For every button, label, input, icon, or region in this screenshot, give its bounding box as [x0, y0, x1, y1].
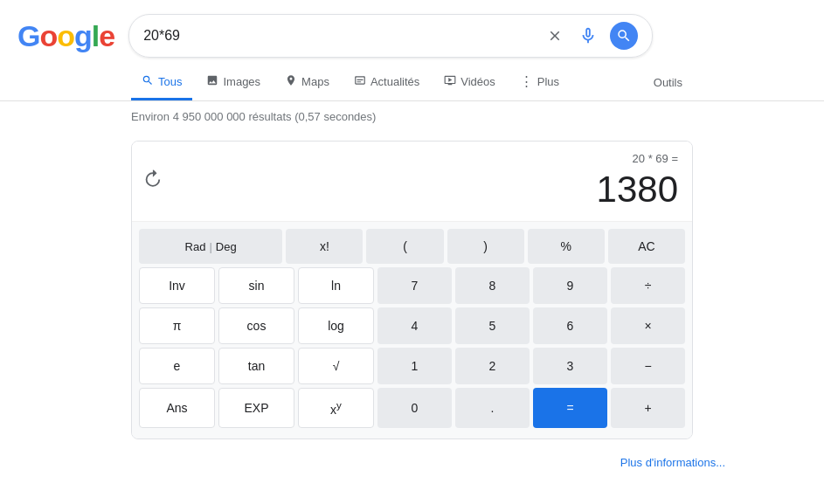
tab-maps[interactable]: Maps	[274, 66, 340, 100]
1-button[interactable]: 1	[377, 348, 452, 384]
2-button[interactable]: 2	[455, 348, 530, 384]
pi-button[interactable]: π	[139, 307, 215, 344]
tab-tous[interactable]: Tous	[131, 66, 192, 100]
search-input[interactable]	[143, 28, 537, 44]
google-logo: Google	[17, 19, 114, 53]
more-info-row: Plus d'informations...	[0, 448, 743, 469]
cos-button[interactable]: cos	[218, 307, 294, 344]
maps-icon	[285, 74, 297, 89]
calc-row-2: Inv sin ln 7 8 9 ÷	[139, 267, 685, 304]
rparen-button[interactable]: )	[447, 229, 524, 264]
rad-label: Rad	[185, 240, 206, 253]
tab-actualites[interactable]: Actualités	[343, 66, 430, 100]
logo-o1: o	[39, 19, 57, 52]
inv-button[interactable]: Inv	[139, 267, 215, 304]
mic-icon	[578, 26, 598, 45]
calc-buttons: Rad | Deg x! ( ) % AC Inv sin ln 7 8 9 ÷…	[132, 222, 692, 438]
tab-videos[interactable]: Vidéos	[433, 66, 506, 100]
ac-button[interactable]: AC	[608, 229, 685, 264]
tab-images-label: Images	[223, 75, 260, 88]
minus-button[interactable]: −	[611, 348, 685, 384]
calc-row-5: Ans EXP xy 0 . = +	[139, 388, 685, 428]
6-button[interactable]: 6	[533, 307, 607, 344]
9-button[interactable]: 9	[533, 267, 607, 304]
outils-button[interactable]: Outils	[643, 67, 693, 98]
percent-button[interactable]: %	[528, 229, 605, 264]
5-button[interactable]: 5	[455, 307, 530, 344]
videos-icon	[444, 74, 456, 89]
log-button[interactable]: log	[298, 307, 374, 344]
lparen-button[interactable]: (	[366, 229, 443, 264]
div-button[interactable]: ÷	[611, 267, 685, 304]
calculator: 20 * 69 = 1380 Rad | Deg x! ( ) % AC Inv…	[131, 141, 693, 439]
7-button[interactable]: 7	[377, 267, 452, 304]
exp-button[interactable]: EXP	[218, 388, 294, 428]
calc-display: 20 * 69 = 1380	[132, 142, 692, 222]
4-button[interactable]: 4	[377, 307, 452, 344]
dot-button[interactable]: .	[455, 388, 530, 428]
calc-expression: 20 * 69 =	[146, 152, 678, 165]
calc-row-1: Rad | Deg x! ( ) % AC	[139, 229, 685, 264]
history-icon[interactable]	[142, 169, 162, 193]
tous-icon	[142, 74, 154, 89]
tab-actualites-label: Actualités	[370, 75, 419, 88]
mic-button[interactable]	[575, 23, 601, 49]
logo-l: l	[92, 19, 99, 52]
sin-button[interactable]: sin	[218, 267, 294, 304]
3-button[interactable]: 3	[533, 348, 607, 384]
calc-result: 1380	[146, 169, 678, 211]
more-info-link[interactable]: Plus d'informations...	[620, 456, 725, 469]
plus-icon: ⋮	[520, 73, 533, 89]
actualites-icon	[354, 74, 366, 89]
equals-button[interactable]: =	[533, 388, 607, 428]
clear-icon	[547, 28, 563, 44]
mul-button[interactable]: ×	[611, 307, 685, 344]
logo-g2: g	[74, 19, 92, 52]
ln-button[interactable]: ln	[298, 267, 374, 304]
calc-row-3: π cos log 4 5 6 ×	[139, 307, 685, 344]
tab-maps-label: Maps	[301, 75, 329, 88]
pow-button[interactable]: xy	[298, 388, 374, 428]
calc-row-4: e tan √ 1 2 3 −	[139, 348, 685, 384]
8-button[interactable]: 8	[455, 267, 530, 304]
logo-g1: G	[17, 19, 39, 52]
tab-images[interactable]: Images	[196, 66, 271, 100]
ans-button[interactable]: Ans	[139, 388, 215, 428]
images-icon	[206, 74, 218, 89]
header: Google	[0, 0, 824, 65]
nav-tabs: Tous Images Maps Actualités Vidéos ⋮ Plu…	[0, 65, 824, 101]
results-info: Environ 4 950 000 000 résultats (0,57 se…	[0, 101, 824, 132]
search-icons	[544, 22, 638, 50]
search-bar	[128, 14, 653, 58]
deg-label: Deg	[216, 240, 237, 253]
0-button[interactable]: 0	[377, 388, 452, 428]
e-button[interactable]: e	[139, 348, 215, 384]
plus-button[interactable]: +	[611, 388, 685, 428]
tab-plus[interactable]: ⋮ Plus	[509, 65, 570, 100]
tan-button[interactable]: tan	[218, 348, 294, 384]
tab-videos-label: Vidéos	[460, 75, 495, 88]
search-icon	[616, 28, 632, 44]
clear-button[interactable]	[544, 24, 566, 47]
sqrt-button[interactable]: √	[298, 348, 374, 384]
rad-deg-button[interactable]: Rad | Deg	[139, 229, 282, 264]
search-button[interactable]	[610, 22, 638, 50]
tab-plus-label: Plus	[537, 75, 559, 88]
factorial-button[interactable]: x!	[286, 229, 363, 264]
tab-tous-label: Tous	[158, 75, 182, 88]
logo-o2: o	[57, 19, 74, 52]
logo-e: e	[99, 19, 114, 52]
rad-deg-divider: |	[209, 240, 211, 253]
